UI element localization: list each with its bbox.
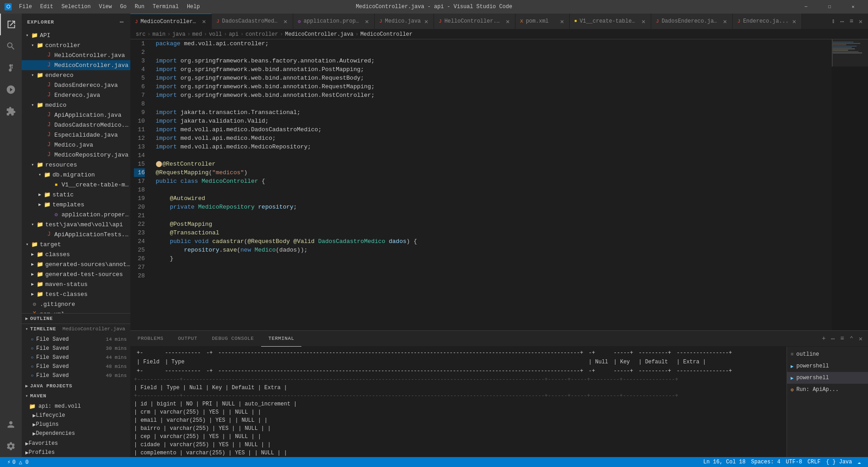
tree-medico-folder[interactable]: ▾ 📁 medico [22,100,130,110]
tree-v1-sql[interactable]: ■ V1__create-table-medicos.sql [22,180,130,190]
new-file-icon[interactable]: ⋯ [119,17,125,27]
panel-add-icon[interactable]: + [820,333,827,344]
run-debug-activity-icon[interactable] [0,79,22,100]
bc-voll[interactable]: voll [209,31,222,38]
menu-run[interactable]: Run [131,0,148,14]
code-content[interactable]: package med.voll.api.controller; import … [148,39,832,330]
status-position[interactable]: Ln 16, Col 18 [701,457,749,467]
tree-endereco[interactable]: J Endereco.java [22,90,130,100]
panel-maximize-icon[interactable]: ⌃ [848,333,855,344]
tree-app-props[interactable]: ⚙ application.properties [22,210,130,219]
bc-src[interactable]: src [136,31,146,38]
java-projects-header[interactable]: ▶ JAVA PROJECTS [22,381,130,391]
terminal-content[interactable]: +-------------+-------------------------… [130,347,787,457]
explorer-tree[interactable]: ▾ 📁 API ▾ 📁 controller J HelloController… [22,30,130,313]
tree-dados-endereco[interactable]: J DadosEndereco.java [22,80,130,90]
tree-gen-test-sources[interactable]: ▶ 📁 generated-test-sources [22,269,130,279]
timeline-item[interactable]: ○ File Saved 30 mins [22,344,130,353]
bc-main[interactable]: main [153,31,166,38]
terminal-tab-powershell2[interactable]: ▶ powershell [787,372,868,384]
bc-controller[interactable]: controller [245,31,278,38]
bc-med[interactable]: med [192,31,202,38]
tab-hello-controller[interactable]: J HelloController.java ✕ [434,14,515,29]
tree-gen-sources[interactable]: ▶ 📁 generated-sources\annotations [22,259,130,269]
timeline-item[interactable]: ○ File Saved 14 mins [22,335,130,344]
panel-close-icon[interactable]: ✕ [857,333,864,344]
tree-test-classes[interactable]: ▶ 📁 test-classes [22,289,130,299]
menu-go[interactable]: Go [116,0,130,14]
timeline-item[interactable]: ○ File Saved 48 mins [22,362,130,371]
tab-close-icon[interactable]: ✕ [641,17,646,26]
maven-lifecycle-item[interactable]: ▶ Lifecycle [22,411,130,420]
tab-close-icon[interactable]: ✕ [505,17,510,26]
timeline-item[interactable]: ○ File Saved 49 mins [22,371,130,380]
maven-deps-item[interactable]: ▶ Dependencies [22,429,130,438]
settings-activity-icon[interactable] [0,435,22,457]
terminal-tab-outline[interactable]: ≡ outline [787,348,868,360]
status-remote[interactable]: ⚡ 0 △ 0 [5,457,31,467]
tab-close-icon[interactable]: ✕ [424,17,429,26]
extensions-activity-icon[interactable] [0,100,22,122]
menu-view[interactable]: View [95,0,115,14]
tree-medico-repository[interactable]: J MedicoRepository.java [22,150,130,160]
bc-file[interactable]: MedicoController.java [285,31,353,38]
tree-maven-status[interactable]: ▶ 📁 maven-status [22,279,130,289]
menu-help[interactable]: Help [183,0,204,14]
tab-close-icon[interactable]: ✕ [792,17,797,26]
status-encoding[interactable]: UTF-8 [783,457,805,467]
panel-split-icon[interactable]: ≡ [839,333,846,344]
tab-dados-endereco[interactable]: J DadosEndereco.java ✕ [651,14,733,29]
terminal-tab-powershell1[interactable]: ▶ powershell [787,360,868,372]
panel-tab-output[interactable]: OUTPUT [171,331,205,347]
tree-db-migration-folder[interactable]: ▾ 📁 db.migration [22,170,130,180]
panel-more-icon[interactable]: ⋯ [829,333,836,344]
status-spaces[interactable]: Spaces: 4 [749,457,783,467]
menu-edit[interactable]: Edit [37,0,57,14]
timeline-item[interactable]: ○ File Saved 44 mins [22,353,130,362]
tab-pom[interactable]: X pom.xml ✕ [515,14,570,29]
tab-collapse-icon[interactable]: ≡ [848,16,855,27]
status-language[interactable]: { } Java [823,457,855,467]
menu-terminal[interactable]: Terminal [149,0,182,14]
tree-especialidade[interactable]: J Especialidade.java [22,130,130,140]
tree-target-folder[interactable]: ▾ 📁 target [22,239,130,249]
tree-templates-folder[interactable]: ▶ 📁 templates [22,200,130,210]
code-editor[interactable]: 12345 678910 1112131415 16 17181920 2122… [130,39,868,330]
minimize-button[interactable]: ─ [796,0,816,14]
tab-close-panel-icon[interactable]: ✕ [857,16,864,27]
tab-medico-controller[interactable]: J MedicoController.java ✕ [130,14,212,29]
tree-api-tests[interactable]: J ApiApplicationTests.java [22,229,130,239]
tree-controller-folder[interactable]: ▾ 📁 controller [22,40,130,50]
tree-static-folder[interactable]: ▶ 📁 static [22,190,130,200]
bc-java[interactable]: java [172,31,186,38]
tree-gitignore[interactable]: ⚙ .gitignore [22,299,130,309]
terminal-tab-run[interactable]: ⚙ Run: ApiAp... [787,384,868,396]
bc-class[interactable]: MedicoController [360,31,412,38]
status-eol[interactable]: CRLF [805,457,823,467]
tree-medico-controller[interactable]: J MedicoController.java [22,60,130,70]
accounts-activity-icon[interactable] [0,414,22,435]
tab-close-icon[interactable]: ✕ [722,17,728,26]
tab-close-icon[interactable]: ✕ [364,17,370,26]
search-activity-icon[interactable] [0,35,22,57]
panel-tab-terminal[interactable]: TERMINAL [261,331,301,347]
tab-split-icon[interactable]: ⫾ [830,16,837,27]
tab-close-icon[interactable]: ✕ [201,17,207,26]
tree-api-folder[interactable]: ▾ 📁 API [22,30,130,40]
tab-medico[interactable]: J Medico.java ✕ [375,14,434,29]
close-button[interactable]: ✕ [843,0,863,14]
maven-item[interactable]: 📁 api: med.voll [22,402,130,411]
status-cloud[interactable]: ☁ [855,457,863,467]
source-control-activity-icon[interactable] [0,57,22,79]
tab-close-icon[interactable]: ✕ [559,17,565,26]
tab-overflow-icon[interactable]: ⋯ [839,16,846,27]
tree-test-folder[interactable]: ▾ 📁 test\java\med\voll\api [22,219,130,229]
outline-header[interactable]: ▶ OUTLINE [22,314,130,324]
bc-api[interactable]: api [229,31,239,38]
maven-header[interactable]: ▾ MAVEN [22,391,130,401]
timeline-header[interactable]: ▾ TIMELINE MedicoController.java [22,324,130,334]
tree-dados-cadastro[interactable]: J DadosCadastroMedico.java [22,120,130,130]
explorer-activity-icon[interactable] [0,14,22,35]
tab-v1-sql[interactable]: ■ V1__create-table-medicos.sql ✕ [570,14,651,29]
panel-tab-problems[interactable]: PROBLEMS [130,331,171,347]
